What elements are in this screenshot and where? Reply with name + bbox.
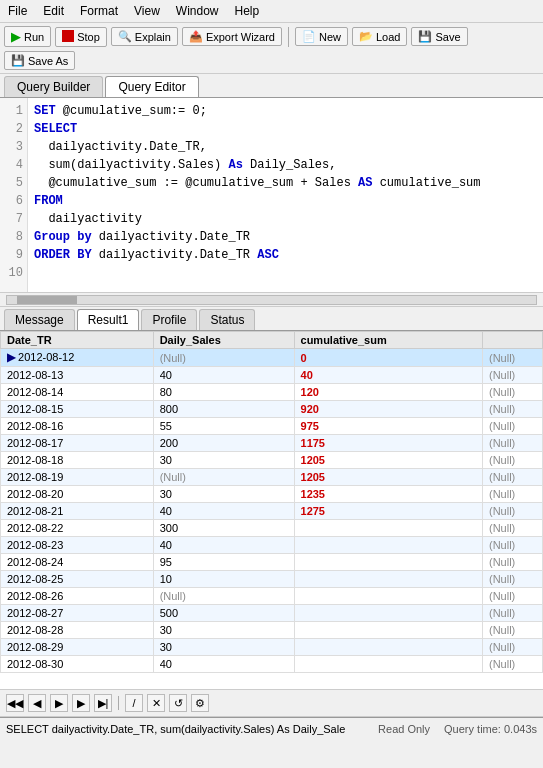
table-row[interactable]: 2012-08-1480120(Null) (1, 384, 543, 401)
table-row[interactable]: 2012-08-22300(Null) (1, 520, 543, 537)
cell-cumsum (294, 605, 482, 622)
save-label: Save (435, 31, 460, 43)
menu-format[interactable]: Format (76, 2, 122, 20)
status-query-time: Query time: 0.043s (444, 723, 537, 735)
cell-cumsum (294, 588, 482, 605)
menu-file[interactable]: File (4, 2, 31, 20)
tab-query-editor[interactable]: Query Editor (105, 76, 198, 97)
tab-message[interactable]: Message (4, 309, 75, 330)
cell-date: 2012-08-15 (1, 401, 154, 418)
data-table-wrapper[interactable]: Date_TR Daily_Sales cumulative_sum ▶ 201… (0, 331, 543, 689)
stop-button[interactable]: Stop (55, 27, 107, 47)
table-row[interactable]: 2012-08-2930(Null) (1, 639, 543, 656)
nav-cancel[interactable]: ✕ (147, 694, 165, 712)
toolbar-separator-1 (288, 27, 289, 47)
table-row[interactable]: 2012-08-27500(Null) (1, 605, 543, 622)
tab-profile[interactable]: Profile (141, 309, 197, 330)
table-row[interactable]: 2012-08-21401275(Null) (1, 503, 543, 520)
table-row[interactable]: 2012-08-2830(Null) (1, 622, 543, 639)
scroll-track[interactable] (6, 295, 537, 305)
cell-cumsum: 1205 (294, 452, 482, 469)
menubar: File Edit Format View Window Help (0, 0, 543, 23)
table-row[interactable]: 2012-08-15800920(Null) (1, 401, 543, 418)
table-row[interactable]: 2012-08-19(Null)1205(Null) (1, 469, 543, 486)
cell-date: 2012-08-21 (1, 503, 154, 520)
table-row[interactable]: ▶ 2012-08-12(Null)0(Null) (1, 349, 543, 367)
table-row[interactable]: 2012-08-2495(Null) (1, 554, 543, 571)
cell-date: 2012-08-26 (1, 588, 154, 605)
cell-sales: 500 (153, 605, 294, 622)
menu-view[interactable]: View (130, 2, 164, 20)
col-header-cumsum[interactable]: cumulative_sum (294, 332, 482, 349)
scroll-thumb[interactable] (17, 296, 77, 304)
horizontal-scrollbar[interactable] (0, 293, 543, 307)
menu-help[interactable]: Help (231, 2, 264, 20)
cell-cumsum (294, 639, 482, 656)
menu-edit[interactable]: Edit (39, 2, 68, 20)
nav-settings[interactable]: ⚙ (191, 694, 209, 712)
code-editor[interactable]: 12345 678910 SET @cumulative_sum:= 0; SE… (0, 98, 543, 293)
cell-cumsum (294, 622, 482, 639)
cell-sales: 300 (153, 520, 294, 537)
tab-status[interactable]: Status (199, 309, 255, 330)
table-row[interactable]: 2012-08-2510(Null) (1, 571, 543, 588)
navigation-controls: ◀◀ ◀ ▶ ▶ ▶| / ✕ ↺ ⚙ (0, 689, 543, 717)
cell-sales: 200 (153, 435, 294, 452)
statusbar: SELECT dailyactivity.Date_TR, sum(dailya… (0, 717, 543, 739)
nav-play[interactable]: ▶ (50, 694, 68, 712)
explain-button[interactable]: 🔍 Explain (111, 27, 178, 46)
table-row[interactable]: 2012-08-18301205(Null) (1, 452, 543, 469)
cell-sales: 55 (153, 418, 294, 435)
cell-sales: 30 (153, 486, 294, 503)
cell-extra: (Null) (483, 639, 543, 656)
nav-prev[interactable]: ◀ (28, 694, 46, 712)
save-as-button[interactable]: 💾 Save As (4, 51, 75, 70)
cell-date: 2012-08-25 (1, 571, 154, 588)
cell-extra: (Null) (483, 401, 543, 418)
cell-extra: (Null) (483, 452, 543, 469)
tab-query-builder[interactable]: Query Builder (4, 76, 103, 97)
table-row[interactable]: 2012-08-26(Null)(Null) (1, 588, 543, 605)
tab-result1[interactable]: Result1 (77, 309, 140, 330)
stop-label: Stop (77, 31, 100, 43)
col-header-extra[interactable] (483, 332, 543, 349)
nav-refresh[interactable]: ↺ (169, 694, 187, 712)
table-row[interactable]: 2012-08-3040(Null) (1, 656, 543, 673)
cell-extra: (Null) (483, 622, 543, 639)
nav-slash[interactable]: / (125, 694, 143, 712)
table-row[interactable]: 2012-08-134040(Null) (1, 367, 543, 384)
nav-separator-1 (118, 696, 119, 710)
cell-extra: (Null) (483, 384, 543, 401)
new-button[interactable]: 📄 New (295, 27, 348, 46)
table-row[interactable]: 2012-08-1655975(Null) (1, 418, 543, 435)
stop-icon (62, 30, 74, 44)
explain-icon: 🔍 (118, 30, 132, 43)
table-row[interactable]: 2012-08-20301235(Null) (1, 486, 543, 503)
run-button[interactable]: ▶ Run (4, 26, 51, 47)
cell-sales: 30 (153, 639, 294, 656)
cell-extra: (Null) (483, 656, 543, 673)
status-mode: Read Only (378, 723, 430, 735)
save-button[interactable]: 💾 Save (411, 27, 467, 46)
menu-window[interactable]: Window (172, 2, 223, 20)
export-wizard-button[interactable]: 📤 Export Wizard (182, 27, 282, 46)
nav-last-set[interactable]: ▶| (94, 694, 112, 712)
col-header-sales[interactable]: Daily_Sales (153, 332, 294, 349)
cell-sales: 40 (153, 656, 294, 673)
cell-sales: 40 (153, 367, 294, 384)
load-button[interactable]: 📂 Load (352, 27, 407, 46)
cell-date: 2012-08-22 (1, 520, 154, 537)
table-row[interactable]: 2012-08-172001175(Null) (1, 435, 543, 452)
cell-extra: (Null) (483, 588, 543, 605)
cell-date: 2012-08-23 (1, 537, 154, 554)
col-header-date[interactable]: Date_TR (1, 332, 154, 349)
cell-cumsum: 0 (294, 349, 482, 367)
cell-date: ▶ 2012-08-12 (1, 349, 154, 367)
table-row[interactable]: 2012-08-2340(Null) (1, 537, 543, 554)
code-content[interactable]: SET @cumulative_sum:= 0; SELECT dailyact… (28, 98, 543, 292)
cell-extra: (Null) (483, 520, 543, 537)
nav-next[interactable]: ▶ (72, 694, 90, 712)
cell-extra: (Null) (483, 554, 543, 571)
cell-extra: (Null) (483, 486, 543, 503)
nav-first[interactable]: ◀◀ (6, 694, 24, 712)
